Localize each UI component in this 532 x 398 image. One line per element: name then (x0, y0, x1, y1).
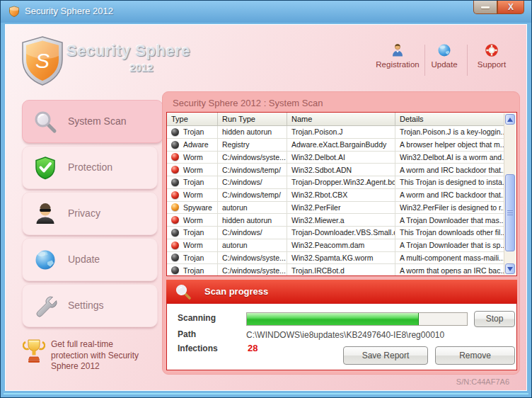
sidebar-item-protection[interactable]: Protection (22, 146, 158, 189)
threat-details: Trojan.Poison.J is a key-loggin... (400, 127, 504, 136)
table-row[interactable]: Trojan C:/windows/ Trojan-Dropper.Win32.… (167, 176, 504, 189)
spy-icon (33, 202, 57, 226)
column-header-run-type[interactable]: Run Type (218, 113, 287, 125)
threat-type: Adware (183, 140, 209, 149)
table-row[interactable]: Worm C:/windows/temp/ Win32.Sdbot.ADN A … (167, 164, 504, 176)
sidebar-item-update[interactable]: Update (22, 238, 158, 281)
threat-details: A worm that opens an IRC bac... (400, 266, 504, 275)
table-scrollbar[interactable] (504, 113, 516, 275)
threat-type: Worm (183, 191, 203, 199)
scrollbar-thumb[interactable] (505, 174, 515, 251)
brand-shield-logo-icon: S (21, 36, 64, 86)
threat-type-orb (171, 241, 179, 249)
column-header-type[interactable]: Type (167, 113, 218, 125)
scan-results-table: Type Run Type Name Details Trojan hidden… (166, 112, 517, 276)
sidebar-item-privacy[interactable]: Privacy (22, 192, 158, 235)
main-panel: Security Sphere 2012 : System Scan Type … (162, 91, 520, 375)
magnifier-icon (175, 283, 192, 300)
threat-details: A Trojan Downloader that mas... (400, 216, 504, 224)
svg-text:S: S (35, 49, 50, 72)
scan-progress-header: Scan progress (166, 280, 517, 303)
threat-name: Win32.Delbot.AI (291, 153, 345, 161)
header-separator (467, 45, 468, 76)
threat-type: Worm (183, 166, 203, 174)
minimize-icon (481, 6, 490, 8)
column-header-name[interactable]: Name (287, 113, 395, 125)
sidebar-label-update: Update (68, 254, 100, 265)
threat-details: This Trojan downloads other fil... (400, 228, 504, 237)
table-row[interactable]: Trojan C:/windows/syste... Win32.Spamta.… (167, 252, 504, 265)
table-row[interactable]: Worm autorun Win32.Peacomm.dam A Trojan … (167, 239, 504, 252)
threat-run-type: C:/windows/temp/ (222, 191, 281, 199)
serial-number: S/N:C44AF7A6 (456, 377, 509, 386)
minimize-button[interactable] (473, 1, 497, 14)
magnifier-icon (33, 110, 57, 134)
threat-details: A browser helper object that m... (400, 140, 504, 149)
table-row[interactable]: Worm hidden autorun Win32.Miewer.a A Tro… (167, 214, 504, 227)
support-label: Support (469, 60, 514, 69)
table-row[interactable]: Trojan C:/windows/syste... Trojan.IRCBot… (167, 264, 504, 275)
sidebar-label-privacy: Privacy (68, 207, 100, 219)
threat-name: Adware.eXact.BargainBuddy (291, 140, 386, 149)
table-row[interactable]: Worm C:/windows/temp/ Win32.Rbot.CBX A w… (167, 189, 504, 202)
column-header-details[interactable]: Details (395, 113, 504, 125)
threat-run-type: C:/windows/syste... (222, 254, 286, 262)
threat-type-orb (171, 203, 179, 211)
registration-action[interactable]: Registration (375, 43, 420, 69)
chevron-up-icon (507, 118, 513, 122)
sidebar-item-settings[interactable]: Settings (22, 284, 158, 327)
infections-label: Infections (178, 343, 218, 353)
window-frame-highlight (4, 393, 528, 394)
table-row[interactable]: Trojan C:/windows/ Trojan-Downloader.VBS… (167, 227, 504, 239)
threat-type-orb (171, 254, 179, 261)
sidebar-item-system-scan[interactable]: System Scan (22, 100, 163, 143)
threat-details: A worm and IRC backdoor that... (400, 191, 504, 199)
remove-button[interactable]: Remove (435, 346, 515, 365)
threat-details: Win32.PerFiler is designed to r... (400, 203, 504, 212)
stop-button[interactable]: Stop (474, 311, 515, 327)
path-value: C:\WINDOWS\ie8updates\KB2497640-IE8\reg0… (246, 330, 444, 340)
person-icon (391, 43, 405, 57)
infections-count: 28 (248, 343, 258, 353)
threat-details: A Trojan Downloader that is sp... (400, 241, 504, 249)
threat-run-type: C:/windows/ (222, 228, 262, 237)
table-row[interactable]: Adware Registry Adware.eXact.BargainBudd… (167, 139, 504, 152)
close-button[interactable]: X (497, 1, 524, 14)
scrollbar-up-button[interactable] (505, 114, 515, 125)
threat-details: This Trojan is designed to insta... (400, 178, 504, 186)
support-action[interactable]: Support (469, 43, 514, 69)
brand-year: 2012 (112, 62, 171, 74)
window-title: Security Sphere 2012 (25, 6, 113, 16)
threat-type-orb (171, 153, 179, 161)
threat-type: Spyware (183, 203, 212, 212)
chevron-down-icon (507, 267, 513, 271)
update-action[interactable]: Update (423, 43, 466, 69)
table-row[interactable]: Worm C:/windows/syste... Win32.Delbot.AI… (167, 152, 504, 164)
threat-type: Worm (183, 241, 203, 249)
threat-run-type: hidden autorun (222, 216, 272, 224)
threat-name: Trojan-Dropper.Win32.Agent.bot (291, 178, 395, 186)
threat-type: Trojan (183, 127, 204, 136)
promo-text: Get full real-time protection with Secur… (51, 339, 151, 373)
save-report-button[interactable]: Save Report (343, 346, 428, 365)
threat-type: Worm (183, 153, 203, 161)
wrench-icon (33, 294, 57, 318)
threat-name: Win32.Peacomm.dam (291, 241, 364, 249)
table-row[interactable]: Spyware autorun Win32.PerFiler Win32.Per… (167, 202, 504, 215)
titlebar[interactable]: Security Sphere 2012 X (1, 1, 531, 23)
globe-icon (33, 248, 57, 272)
table-row[interactable]: Trojan hidden autorun Trojan.Poison.J Tr… (167, 126, 504, 139)
threat-name: Win32.Miewer.a (291, 216, 345, 224)
threat-type-orb (171, 128, 179, 136)
threat-name: Trojan.IRCBot.d (291, 266, 345, 275)
threat-run-type: C:/windows/syste... (222, 153, 286, 161)
sidebar-label-system-scan: System Scan (68, 115, 126, 127)
threat-type-orb (171, 191, 179, 199)
scrollbar-down-button[interactable] (505, 263, 515, 274)
app-shield-icon (8, 6, 20, 17)
threat-type-orb (171, 141, 179, 149)
threat-name: Win32.Spamta.KG.worm (291, 254, 374, 262)
threat-details: A worm and IRC backdoor that... (400, 166, 504, 174)
shield-check-icon (33, 156, 57, 180)
threat-run-type: C:/windows/syste... (222, 266, 286, 275)
